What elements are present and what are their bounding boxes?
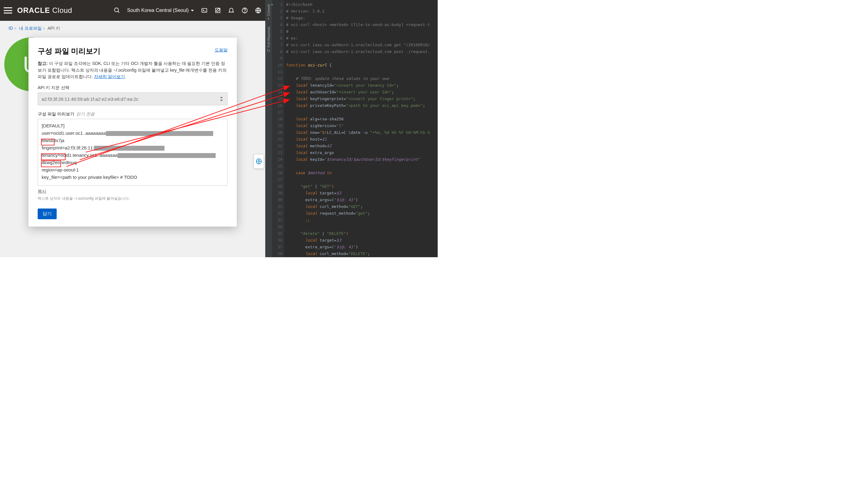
ide-tool-sidebar: Commit Pull Requests [265,0,272,257]
svg-point-5 [245,12,245,12]
preview-label: 구성 파일 미리보기읽기 전용 [38,112,228,117]
code-editor[interactable]: #!/bin/bash# Version: 1.0.2# Usage:# oci… [284,0,438,257]
region-selector[interactable]: South Korea Central (Seoul) [127,8,194,13]
svg-point-14 [269,51,270,52]
config-preview-textarea[interactable]: [DEFAULT] user=ocid1.user.oc1..aaaaaaaa … [38,119,228,186]
svg-point-13 [267,51,268,52]
edit-icon[interactable] [214,7,221,14]
config-preview-modal: 구성 파일 미리보기 도움말 참고: 이 구성 파일 조각에는 SDK, CLI… [29,38,237,226]
chevron-down-icon [190,9,194,12]
svg-point-12 [267,49,268,50]
pull-request-icon [267,49,270,52]
oracle-header: ORACLE Cloud South Korea Central (Seoul) [0,0,265,21]
terminal-icon[interactable] [201,7,208,14]
svg-line-1 [118,11,119,13]
line-number-gutter: ▶ 12345678910111213141516171819202122232… [272,0,284,257]
help-link[interactable]: 도움말 [215,48,228,53]
fingerprint-select-label: API 키 지문 선택 [38,85,228,91]
pull-requests-tab[interactable]: Pull Requests [267,27,270,52]
copy-link[interactable]: 복사 [38,189,46,194]
menu-icon[interactable] [4,7,12,14]
fingerprint-select[interactable]: a2:f3:3f:26:11:40:59:a6:1f:a2:e2:e3:e6:d… [38,93,228,105]
bell-icon[interactable] [228,7,235,14]
search-icon[interactable] [114,7,120,14]
oracle-cloud-logo: ORACLE Cloud [17,6,72,15]
modal-note: 참고: 이 구성 파일 조각에는 SDK, CLI 또는 기타 OCI 개발자 … [38,60,228,80]
learn-more-link[interactable]: 자세히 알아보기 [94,74,125,79]
select-arrows-icon [219,96,223,102]
svg-point-0 [115,8,119,12]
commit-icon [267,17,270,20]
svg-point-9 [268,18,269,19]
paste-hint: 텍스트 상자의 내용을 ~/.oci/config 파일에 붙여넣습니다. [38,196,228,201]
help-icon[interactable] [241,7,248,14]
run-icon[interactable]: ▶ [271,1,273,8]
modal-title: 구성 파일 미리보기 [38,46,228,56]
globe-icon[interactable] [255,7,262,14]
commit-tab[interactable]: Commit [267,4,270,20]
close-button[interactable]: 닫기 [38,208,57,219]
svg-rect-2 [202,9,207,13]
